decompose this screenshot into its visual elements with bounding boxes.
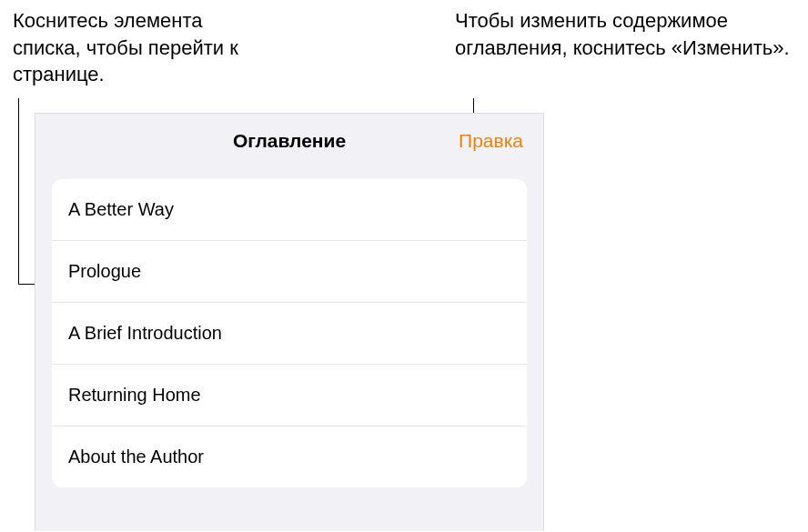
toc-item[interactable]: Prologue — [52, 241, 527, 303]
callout-leader-line — [18, 98, 19, 284]
toc-list: A Better Way Prologue A Brief Introducti… — [52, 179, 527, 487]
toc-item[interactable]: Returning Home — [52, 365, 527, 427]
toc-item[interactable]: About the Author — [52, 427, 527, 487]
toc-panel: Оглавление Правка A Better Way Prologue … — [35, 113, 544, 531]
toc-item[interactable]: A Better Way — [52, 179, 527, 241]
edit-button[interactable]: Правка — [459, 130, 523, 152]
panel-title: Оглавление — [233, 130, 346, 152]
toc-item[interactable]: A Brief Introduction — [52, 303, 527, 365]
panel-header: Оглавление Правка — [35, 114, 543, 168]
callout-tap-edit: Чтобы изменить содержимое оглавления, ко… — [455, 7, 801, 61]
callout-tap-item: Коснитесь элемента списка, чтобы перейти… — [13, 7, 240, 88]
callout-leader-line — [18, 284, 36, 285]
